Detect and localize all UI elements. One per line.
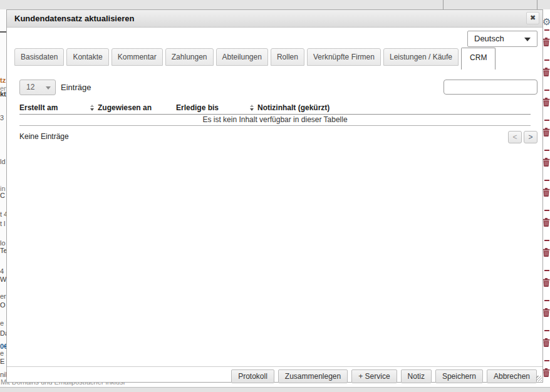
page-text-fragment: e 1 [0,319,6,327]
entries-label: Einträge [61,83,91,92]
speichern-button[interactable]: Speichern [435,369,483,383]
page-text-fragment: E [0,358,4,365]
row-underline [544,240,549,241]
notiz-button[interactable]: Notiz [401,369,432,383]
sort-icon[interactable] [90,105,94,111]
row-underline [544,360,549,361]
page-text-fragment: t 4 [0,210,6,218]
abbrechen-button[interactable]: Abbrechen [487,369,537,383]
page-text-fragment: lo [0,239,6,247]
language-select-value: Deutsch [474,31,504,46]
page-text-fragment: kt [0,90,6,98]
tab-leistungen-kaeufe[interactable]: Leistungen / Käufe [383,48,459,66]
left-fragment-strip: tzervkt3ldinCt 4t lloTe4WaerOe 1Da0€e 1E… [0,9,6,387]
page-size-value: 12 [26,80,34,95]
column-header-erledige-bis[interactable]: Erledige bis [176,101,257,114]
tab-bar: Basisdaten Kontakte Kommentar Zahlungen … [14,48,535,70]
page-text-fragment: Wa [0,276,6,283]
modal-kundendatensatz: Kundendatensatz aktualisieren ✖ Deutsch … [6,9,543,383]
tab-basisdaten[interactable]: Basisdaten [14,48,64,66]
page-text-fragment: C [0,192,5,199]
column-header-label: Zugewiesen an [98,103,152,112]
trash-icon[interactable] [542,248,550,257]
background-footer-bar [0,387,550,392]
page-text-fragment: 4 [0,267,4,275]
sort-icon[interactable] [250,105,254,111]
background-column-divider [537,0,537,9]
table-header-row: Erstellt am Zugewiesen an Erledige bis N… [19,101,531,115]
row-underline [544,120,549,121]
row-underline [544,150,549,151]
trash-icon[interactable] [542,308,550,317]
page-text-fragment: O [0,301,6,309]
tab-verknuepfte-firmen[interactable]: Verknüpfte Firmen [307,48,381,66]
previous-page-button[interactable]: < [508,131,522,143]
tab-abteilungen[interactable]: Abteilungen [216,48,268,66]
modal-titlebar: Kundendatensatz aktualisieren ✖ [7,10,542,28]
row-underline [544,330,549,331]
trash-icon[interactable] [542,278,550,287]
chevron-down-icon [524,38,531,41]
column-header-label: Erstellt am [19,103,58,112]
background-page-header [0,0,550,9]
column-header-erstellt-am[interactable]: Erstellt am [19,101,98,114]
row-underline [544,270,549,271]
page-text-fragment: t l [0,220,6,227]
page-text-fragment: nik [0,371,6,378]
column-header-label: Erledige bis [176,103,219,112]
tab-zahlungen[interactable]: Zahlungen [165,48,214,66]
tab-kontakte[interactable]: Kontakte [66,48,108,66]
tab-kommentar[interactable]: Kommentar [112,48,163,66]
background-divider [0,31,6,33]
chevron-down-icon [46,86,51,90]
close-icon[interactable]: ✖ [526,12,539,24]
row-underline [544,210,549,211]
pagination: < > [508,131,537,143]
row-underline [544,300,549,301]
row-underline [544,59,549,61]
trash-icon[interactable] [542,98,550,106]
language-select[interactable]: Deutsch [467,31,537,47]
page-text-fragment: ld [0,158,6,165]
trash-icon[interactable] [542,68,550,76]
column-header-zugewiesen-an[interactable]: Zugewiesen an [98,101,176,114]
row-underline [544,29,549,31]
page-text-fragment: tz [0,76,6,84]
gear-icon[interactable]: ⚙ [542,16,550,28]
row-underline [544,90,549,91]
no-entries-label: Keine Einträge [19,132,69,141]
page-text-fragment: 3 [0,114,4,121]
tab-rollen[interactable]: Rollen [271,48,304,66]
trash-icon[interactable] [542,38,550,46]
zusammenlegen-button[interactable]: Zusammenlegen [278,369,348,383]
page-text-fragment: er [0,292,6,300]
column-header-label: Notizinhalt (gekürzt) [257,103,329,112]
footer-button-bar: Protokoll Zusammenlegen + Service Notiz … [231,369,537,383]
page-text-fragment: Da [0,329,6,337]
resize-handle[interactable] [536,376,542,381]
footer-divider [7,366,542,367]
modal-title: Kundendatensatz aktualisieren [14,10,134,27]
trash-icon[interactable] [542,368,550,377]
screen: tzervkt3ldinCt 4t lloTe4WaerOe 1Da0€e 1E… [0,0,550,392]
trash-icon[interactable] [542,188,550,197]
protokoll-button[interactable]: Protokoll [231,369,274,383]
trash-icon[interactable] [542,338,550,347]
table-empty-message: Es ist kein Inhalt verfügbar in dieser T… [19,115,531,126]
tab-crm[interactable]: CRM [461,48,496,70]
next-page-button[interactable]: > [524,131,537,143]
trash-icon[interactable] [542,158,550,167]
trash-icon[interactable] [542,218,550,227]
trash-column: ⚙ [542,0,550,392]
trash-icon[interactable] [542,128,550,137]
search-input[interactable] [444,80,537,95]
page-size-select[interactable]: 12 [19,80,56,95]
page-text-fragment: e 1 [0,349,6,357]
background-column-divider [443,0,444,9]
column-header-notizinhalt[interactable]: Notizinhalt (gekürzt) [257,101,531,114]
page-text-fragment: Te [0,247,6,254]
row-underline [544,180,549,181]
add-service-button[interactable]: + Service [351,369,397,383]
